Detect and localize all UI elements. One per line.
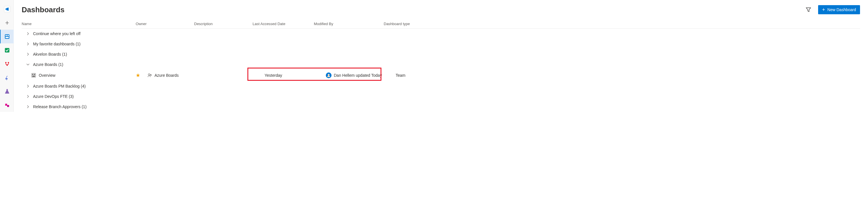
last-accessed-cell: Yesterday [265, 73, 326, 78]
col-header-type[interactable]: Dashboard type [384, 22, 860, 26]
sidebar-item-work[interactable] [0, 43, 14, 57]
svg-rect-3 [5, 37, 8, 38]
col-header-name[interactable]: Name [22, 22, 136, 26]
chevron-down-icon [26, 62, 30, 67]
column-headers: Name Owner Description Last Accessed Dat… [22, 20, 860, 29]
group-label: Azure Boards PM Backlog (4) [33, 84, 86, 88]
group-label: Azure Boards (1) [33, 62, 63, 67]
pipeline-icon [4, 74, 10, 81]
group-favorites[interactable]: My favorite dashboards (1) [22, 39, 860, 49]
dashboard-icon [4, 33, 10, 40]
owner-cell: Azure Boards [148, 73, 206, 78]
sidebar-item-tests[interactable] [0, 85, 14, 98]
page-header: Dashboards + New Dashboard [22, 5, 860, 14]
group-label: My favorite dashboards (1) [33, 42, 81, 46]
type-cell: Team [396, 73, 860, 78]
page-title: Dashboards [22, 5, 64, 14]
main-content: Dashboards + New Dashboard Name Owner De… [14, 0, 868, 112]
svg-rect-12 [34, 74, 35, 75]
group-azure-boards[interactable]: Azure Boards (1) [22, 59, 860, 70]
new-dashboard-label: New Dashboard [828, 7, 856, 12]
repo-icon [4, 61, 10, 67]
sidebar-item-pipelines[interactable] [0, 71, 14, 85]
group-label: Azure DevOps FTE (3) [33, 94, 73, 99]
chevron-right-icon [26, 52, 30, 57]
dashboard-row-overview[interactable]: Overview ★ Azure Boards Yesterday Dan He… [22, 70, 860, 81]
avatar [326, 72, 332, 78]
col-header-owner[interactable]: Owner [136, 22, 194, 26]
filter-button[interactable] [804, 5, 813, 14]
modified-by-cell: Dan Hellem updated Today [326, 72, 396, 78]
new-dashboard-button[interactable]: + New Dashboard [818, 5, 860, 14]
dashboard-name: Overview [39, 73, 55, 78]
artifact-icon [4, 102, 10, 108]
sidebar-item-add[interactable] [0, 16, 14, 30]
chevron-right-icon [26, 42, 30, 46]
plus-icon: + [822, 7, 825, 12]
group-label: Release Branch Approvers (1) [33, 104, 87, 109]
col-header-last-accessed[interactable]: Last Accessed Date [253, 22, 314, 26]
svg-point-17 [328, 74, 330, 76]
svg-point-6 [8, 62, 9, 63]
chevron-right-icon [26, 104, 30, 109]
svg-point-5 [5, 62, 6, 63]
modified-by-value: Dan Hellem updated Today [334, 73, 382, 78]
favorite-cell[interactable]: ★ [136, 72, 148, 79]
filter-icon [806, 7, 811, 12]
star-icon: ★ [136, 72, 140, 79]
chevron-right-icon [26, 94, 30, 99]
svg-rect-2 [7, 35, 9, 36]
col-header-modified-by[interactable]: Modified By [314, 22, 384, 26]
svg-rect-1 [5, 35, 7, 36]
sidebar-item-artifacts[interactable] [0, 98, 14, 112]
group-label: Continue where you left off [33, 31, 81, 36]
svg-rect-9 [7, 105, 9, 107]
dashboard-name-cell: Overview [31, 73, 136, 78]
svg-rect-4 [5, 48, 9, 53]
team-icon [148, 73, 152, 78]
plus-icon [4, 20, 10, 26]
azure-devops-icon [4, 6, 10, 12]
svg-point-14 [148, 73, 150, 75]
group-azure-boards-pm-backlog[interactable]: Azure Boards PM Backlog (4) [22, 81, 860, 91]
group-label: Akvelon Boards (1) [33, 52, 67, 57]
owner-value: Azure Boards [155, 73, 179, 78]
test-icon [4, 88, 10, 94]
group-azure-devops-fte[interactable]: Azure DevOps FTE (3) [22, 91, 860, 101]
chevron-right-icon [26, 31, 30, 36]
svg-rect-8 [5, 104, 7, 106]
header-actions: + New Dashboard [804, 5, 860, 14]
sidebar-item-repos[interactable] [0, 57, 14, 71]
sidebar-item-boards[interactable] [0, 30, 14, 43]
chevron-right-icon [26, 84, 30, 88]
col-header-description[interactable]: Description [194, 22, 253, 26]
svg-rect-13 [32, 76, 35, 77]
dashboard-icon [31, 73, 36, 78]
svg-point-15 [150, 74, 151, 76]
board-check-icon [4, 47, 10, 53]
nav-sidebar [0, 0, 14, 112]
group-release-branch-approvers[interactable]: Release Branch Approvers (1) [22, 101, 860, 112]
group-continue[interactable]: Continue where you left off [22, 29, 860, 39]
svg-rect-11 [32, 74, 33, 75]
sidebar-item-summary[interactable] [0, 2, 14, 16]
group-akvelon-boards[interactable]: Akvelon Boards (1) [22, 49, 860, 59]
